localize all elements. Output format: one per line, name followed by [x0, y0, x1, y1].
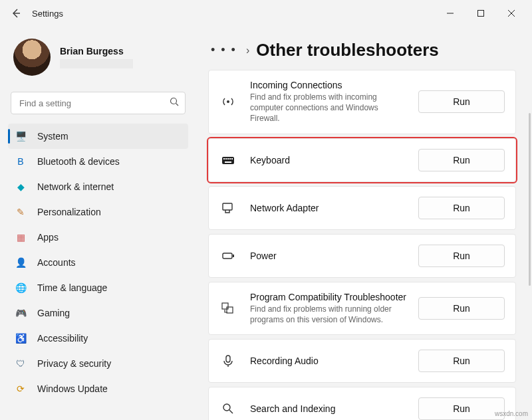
- profile-name: Brian Burgess: [60, 46, 133, 56]
- sidebar: Brian Burgess 🖥️SystemBBluetooth & devic…: [0, 27, 196, 420]
- accounts-icon: 👤: [15, 257, 27, 268]
- scrollbar[interactable]: [529, 113, 531, 286]
- network-internet-icon: ◆: [15, 181, 27, 193]
- sidebar-item-label: Apps: [37, 232, 59, 243]
- troubleshooter-card: Incoming ConnectionsFind and fix problem…: [208, 70, 516, 134]
- run-button[interactable]: Run: [418, 197, 505, 219]
- card-title: Network Adapter: [250, 203, 418, 213]
- run-button[interactable]: Run: [418, 245, 505, 267]
- sidebar-item-label: Time & language: [37, 282, 107, 293]
- sidebar-item-label: Accounts: [37, 257, 76, 268]
- card-description: Find and fix problems with running older…: [250, 304, 403, 325]
- breadcrumb-ellipsis[interactable]: • • •: [208, 43, 239, 57]
- card-title: Search and Indexing: [250, 403, 418, 414]
- keyboard-icon: [219, 153, 237, 167]
- back-button[interactable]: [5, 3, 27, 24]
- adapter-icon: [219, 201, 237, 215]
- troubleshooter-card: KeyboardRun: [208, 138, 516, 182]
- troubleshooter-card: Recording AudioRun: [208, 339, 516, 383]
- maximize-button[interactable]: [466, 3, 496, 24]
- svg-rect-13: [222, 303, 228, 309]
- sidebar-item-label: Windows Update: [37, 383, 108, 394]
- card-title: Power: [250, 251, 418, 261]
- sidebar-item-label: Privacy & security: [37, 358, 111, 369]
- privacy-security-icon: 🛡: [15, 358, 27, 369]
- svg-rect-3: [222, 157, 234, 164]
- app-title: Settings: [32, 9, 63, 19]
- card-title: Program Compatibility Troubleshooter: [250, 292, 418, 302]
- system-icon: 🖥️: [15, 130, 27, 142]
- apps-icon: ▦: [15, 231, 27, 243]
- main-content: • • • › Other troubleshooters Incoming C…: [196, 27, 532, 420]
- sidebar-item-label: System: [37, 131, 68, 142]
- sidebar-item-time-language[interactable]: 🌐Time & language: [8, 275, 188, 300]
- minimize-button[interactable]: [435, 3, 466, 24]
- time-language-icon: 🌐: [15, 282, 27, 294]
- run-button[interactable]: Run: [418, 350, 505, 372]
- power-icon: [219, 249, 237, 263]
- svg-point-2: [227, 100, 229, 103]
- svg-rect-10: [223, 203, 232, 210]
- svg-rect-0: [478, 11, 484, 17]
- svg-rect-7: [229, 158, 231, 159]
- troubleshooter-list: Incoming ConnectionsFind and fix problem…: [208, 70, 516, 420]
- sidebar-item-gaming[interactable]: 🎮Gaming: [8, 300, 188, 326]
- run-button[interactable]: Run: [418, 297, 505, 320]
- svg-rect-5: [225, 158, 227, 159]
- nav-list: 🖥️SystemBBluetooth & devices◆Network & i…: [8, 124, 188, 401]
- sidebar-item-windows-update[interactable]: ⟳Windows Update: [8, 376, 188, 401]
- close-icon: [507, 9, 515, 17]
- svg-rect-12: [233, 255, 234, 257]
- bluetooth-devices-icon: B: [15, 156, 27, 167]
- sidebar-item-accounts[interactable]: 👤Accounts: [8, 250, 188, 275]
- search-icon: [170, 97, 179, 109]
- search-input[interactable]: [11, 92, 186, 114]
- sidebar-item-bluetooth-devices[interactable]: BBluetooth & devices: [8, 149, 188, 174]
- search-icon: [219, 401, 237, 416]
- mic-icon: [219, 354, 237, 368]
- svg-point-1: [171, 98, 177, 104]
- watermark: wsxdn.com: [495, 410, 528, 417]
- sidebar-item-personalization[interactable]: ✎Personalization: [8, 199, 188, 225]
- svg-rect-8: [231, 158, 233, 159]
- run-button[interactable]: Run: [418, 149, 505, 171]
- arrow-left-icon: [11, 8, 21, 19]
- run-button[interactable]: Run: [418, 397, 505, 420]
- sidebar-item-network-internet[interactable]: ◆Network & internet: [8, 174, 188, 199]
- svg-rect-9: [225, 161, 231, 163]
- profile-email-redacted: [60, 59, 133, 68]
- minimize-icon: [446, 9, 454, 17]
- svg-rect-6: [227, 158, 229, 159]
- sidebar-item-label: Personalization: [37, 207, 101, 217]
- svg-rect-15: [226, 356, 230, 362]
- profile[interactable]: Brian Burgess: [8, 32, 188, 88]
- sidebar-item-accessibility[interactable]: ♿Accessibility: [8, 326, 188, 351]
- avatar: [13, 39, 51, 76]
- card-title: Keyboard: [250, 155, 418, 165]
- close-button[interactable]: [496, 3, 527, 24]
- titlebar: Settings: [0, 0, 532, 27]
- svg-rect-11: [223, 253, 232, 259]
- troubleshooter-card: Network AdapterRun: [208, 186, 516, 230]
- troubleshooter-card: Program Compatibility TroubleshooterFind…: [208, 282, 516, 335]
- sidebar-item-apps[interactable]: ▦Apps: [8, 225, 188, 250]
- troubleshooter-card: PowerRun: [208, 234, 516, 278]
- gaming-icon: 🎮: [15, 307, 27, 319]
- svg-point-16: [223, 404, 230, 411]
- run-button[interactable]: Run: [418, 90, 505, 113]
- sidebar-item-privacy-security[interactable]: 🛡Privacy & security: [8, 351, 188, 376]
- chevron-right-icon: ›: [246, 45, 249, 56]
- card-title: Recording Audio: [250, 356, 418, 366]
- troubleshooter-card: Search and IndexingRun: [208, 387, 516, 420]
- compat-icon: [219, 301, 237, 316]
- sidebar-item-system[interactable]: 🖥️System: [8, 124, 188, 149]
- accessibility-icon: ♿: [15, 332, 27, 344]
- page-title: Other troubleshooters: [256, 40, 438, 60]
- svg-rect-14: [227, 307, 233, 313]
- window-controls: [435, 3, 527, 24]
- maximize-icon: [477, 9, 485, 17]
- broadcast-icon: [219, 94, 237, 109]
- breadcrumb: • • • › Other troubleshooters: [208, 40, 516, 60]
- sidebar-item-label: Bluetooth & devices: [37, 156, 120, 167]
- sidebar-item-label: Network & internet: [37, 181, 114, 192]
